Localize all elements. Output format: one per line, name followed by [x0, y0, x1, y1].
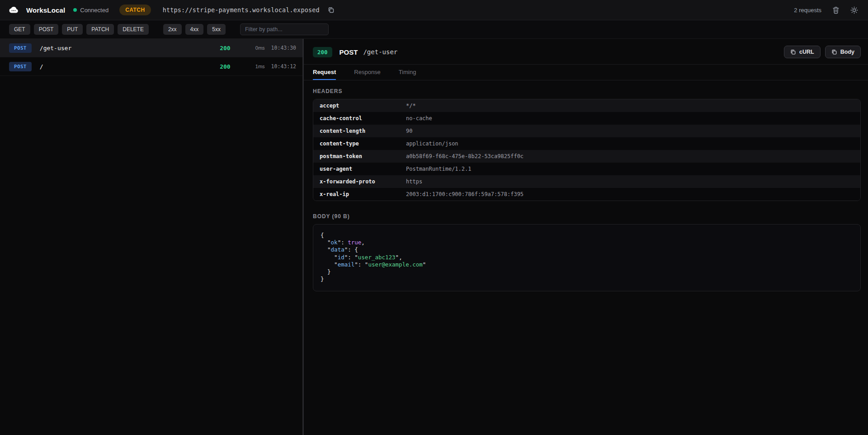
curl-button-label: cURL [799, 49, 814, 55]
method-badge: POST [9, 43, 32, 53]
headers-section-title: HEADERS [313, 88, 861, 94]
detail-tabs: Request Response Timing [304, 64, 868, 80]
header-key: x-real-ip [313, 191, 406, 197]
header-key: postman-token [313, 153, 406, 159]
path-filter-input[interactable] [240, 23, 329, 35]
topbar: WorksLocal Connected CATCH https://strip… [0, 0, 868, 20]
header-row: x-forwarded-proto https [313, 175, 860, 188]
header-key: user-agent [313, 166, 406, 172]
filter-status-5xx[interactable]: 5xx [207, 24, 226, 35]
body-json: { "ok": true, "data": { "id": "user_abc1… [321, 232, 853, 283]
request-duration: 0ms [246, 45, 265, 51]
request-path: / [40, 63, 220, 70]
clear-requests-button[interactable] [830, 5, 841, 16]
copy-icon [831, 49, 837, 55]
copy-icon [790, 49, 796, 55]
header-value: 2003:d1:1700:c900:786f:59a7:578:f395 [406, 191, 524, 197]
header-value: PostmanRuntime/1.2.1 [406, 166, 472, 172]
filter-method-post[interactable]: POST [34, 24, 59, 35]
body-section-title: BODY (90 B) [313, 213, 861, 220]
connection-status: Connected [73, 7, 108, 14]
catch-mode-badge[interactable]: CATCH [119, 5, 151, 15]
status-badge: 200 [313, 47, 332, 57]
header-key: accept [313, 103, 406, 109]
detail-header: 200 POST /get-user cURL Body [304, 39, 868, 64]
theme-toggle-button[interactable] [849, 5, 860, 16]
method-badge: POST [9, 62, 32, 71]
header-value: no-cache [406, 115, 432, 122]
sun-icon [850, 6, 858, 14]
body-code-block: { "ok": true, "data": { "id": "user_abc1… [313, 224, 861, 291]
header-value: */* [406, 103, 416, 109]
header-row: cache-control no-cache [313, 112, 860, 125]
header-row: x-real-ip 2003:d1:1700:c900:786f:59a7:57… [313, 188, 860, 201]
header-row: content-type application/json [313, 137, 860, 150]
copy-curl-button[interactable]: cURL [784, 46, 821, 58]
request-time: 10:43:12 [271, 63, 296, 70]
headers-table: accept */* cache-control no-cache conten… [313, 99, 861, 201]
tunnel-url: https://stripe-payments.workslocal.expos… [163, 6, 320, 14]
tab-request[interactable]: Request [313, 65, 336, 80]
request-list: POST /get-user 200 0ms 10:43:30 POST / 2… [0, 39, 302, 435]
detail-content: HEADERS accept */* cache-control no-cach… [304, 88, 868, 300]
request-duration: 1ms [246, 64, 265, 69]
request-detail-panel: 200 POST /get-user cURL Body Request Res… [304, 39, 868, 435]
detail-path: /get-user [363, 48, 779, 56]
header-key: content-length [313, 128, 406, 134]
filter-status-2xx[interactable]: 2xx [163, 24, 182, 35]
header-value: application/json [406, 140, 458, 147]
tab-response[interactable]: Response [354, 65, 381, 80]
filter-bar: GET POST PUT PATCH DELETE 2xx 4xx 5xx [0, 20, 868, 39]
filter-method-delete[interactable]: DELETE [118, 24, 149, 35]
tab-timing[interactable]: Timing [399, 65, 416, 80]
request-row[interactable]: POST / 200 1ms 10:43:12 [0, 57, 302, 76]
detail-method: POST [340, 48, 358, 56]
header-key: x-forwarded-proto [313, 178, 406, 185]
request-status: 200 [220, 63, 230, 70]
request-row[interactable]: POST /get-user 200 0ms 10:43:30 [0, 39, 302, 57]
copy-url-button[interactable] [326, 5, 336, 15]
header-key: cache-control [313, 115, 406, 122]
body-button-label: Body [840, 49, 854, 55]
filter-status-4xx[interactable]: 4xx [185, 24, 204, 35]
header-value: a0b58f69-f68c-475e-8b22-53ca9825ff0c [406, 153, 524, 159]
header-row: accept */* [313, 99, 860, 112]
app-title: WorksLocal [26, 6, 65, 14]
request-time: 10:43:30 [271, 45, 296, 51]
cloud-logo-icon [8, 5, 20, 14]
header-row: content-length 90 [313, 125, 860, 137]
requests-count: 2 requests [794, 7, 821, 14]
header-key: content-type [313, 140, 406, 147]
request-status: 200 [220, 45, 230, 51]
header-value: 90 [406, 128, 412, 134]
header-row: postman-token a0b58f69-f68c-475e-8b22-53… [313, 150, 860, 163]
header-row: user-agent PostmanRuntime/1.2.1 [313, 163, 860, 175]
main-area: POST /get-user 200 0ms 10:43:30 POST / 2… [0, 39, 868, 435]
trash-icon [832, 6, 840, 14]
request-path: /get-user [40, 45, 220, 51]
connected-dot-icon [73, 8, 77, 12]
filter-method-put[interactable]: PUT [62, 24, 83, 35]
copy-body-button[interactable]: Body [825, 46, 861, 58]
filter-method-patch[interactable]: PATCH [86, 24, 114, 35]
header-value: https [406, 178, 422, 185]
filter-method-get[interactable]: GET [9, 24, 30, 35]
copy-icon [328, 7, 335, 14]
